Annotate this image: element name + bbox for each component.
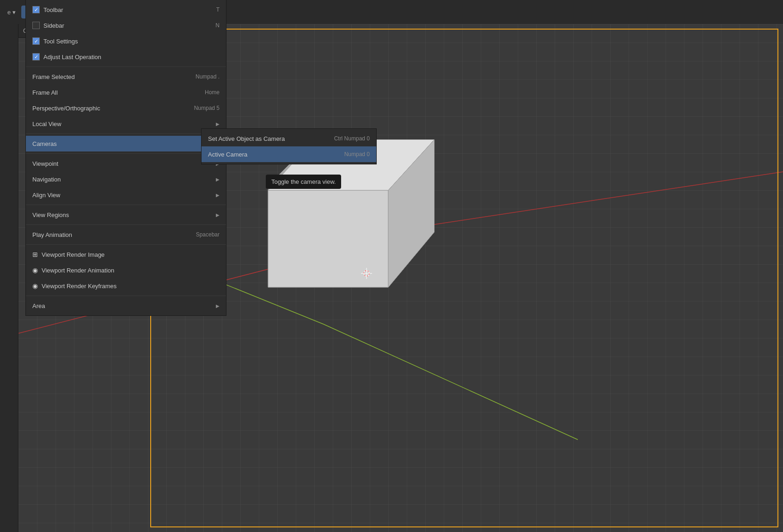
adjust-last-checkbox[interactable] bbox=[32, 53, 40, 60]
sidebar-shortcut: N bbox=[215, 22, 220, 29]
render-animation-icon: ◉ bbox=[32, 266, 38, 274]
sidebar-checkbox[interactable] bbox=[32, 22, 40, 29]
sidebar-label: Sidebar bbox=[43, 22, 64, 29]
viewport-render-keyframes-label: Viewport Render Keyframes bbox=[42, 283, 116, 290]
menu-item-frame-selected[interactable]: Frame Selected Numpad . bbox=[26, 69, 226, 85]
tooltip-active-camera: Toggle the camera view. bbox=[266, 175, 341, 189]
3d-cube bbox=[240, 139, 434, 324]
view-regions-label: View Regions bbox=[32, 212, 69, 218]
sep-4 bbox=[26, 205, 226, 205]
sep-6 bbox=[26, 244, 226, 245]
active-camera-label: Active Camera bbox=[208, 151, 247, 158]
navigation-label: Navigation bbox=[32, 176, 61, 183]
menu-item-local-view[interactable]: Local View bbox=[26, 116, 226, 132]
play-animation-label: Play Animation bbox=[32, 231, 72, 238]
menu-item-align-view[interactable]: Align View bbox=[26, 187, 226, 203]
frame-selected-label: Frame Selected bbox=[32, 73, 75, 80]
menu-item-play-animation[interactable]: Play Animation Spacebar bbox=[26, 227, 226, 242]
active-camera-shortcut: Numpad 0 bbox=[344, 151, 370, 157]
menu-item-navigation[interactable]: Navigation bbox=[26, 171, 226, 187]
sep-3 bbox=[26, 153, 226, 154]
render-keyframes-icon: ◉ bbox=[32, 282, 38, 290]
tool-settings-checkbox[interactable] bbox=[32, 37, 40, 45]
menu-item-sidebar[interactable]: Sidebar N bbox=[26, 18, 226, 33]
menu-item-cameras[interactable]: Cameras bbox=[26, 136, 226, 151]
area-label: Area bbox=[32, 302, 45, 309]
cameras-label: Cameras bbox=[32, 140, 57, 147]
menu-item-perspective[interactable]: Perspective/Orthographic Numpad 5 bbox=[26, 100, 226, 116]
menu-item-toolbar[interactable]: Toolbar T bbox=[26, 2, 226, 18]
local-view-label: Local View bbox=[32, 121, 61, 127]
menu-item-viewpoint[interactable]: Viewpoint bbox=[26, 156, 226, 171]
menu-item-tool-settings[interactable]: Tool Settings bbox=[26, 33, 226, 49]
toolbar-checkbox[interactable] bbox=[32, 6, 40, 13]
menu-item-frame-all[interactable]: Frame All Home bbox=[26, 85, 226, 100]
cameras-submenu-item-active-camera[interactable]: Active Camera Numpad 0 bbox=[202, 146, 376, 162]
tool-settings-label: Tool Settings bbox=[43, 38, 78, 45]
frame-selected-shortcut: Numpad . bbox=[196, 73, 220, 80]
viewport-render-animation-label: Viewport Render Animation bbox=[42, 267, 114, 274]
play-animation-shortcut: Spacebar bbox=[196, 231, 220, 238]
toolbar-shortcut: T bbox=[216, 6, 220, 13]
sep-1 bbox=[26, 66, 226, 67]
adjust-last-label: Adjust Last Operation bbox=[43, 54, 101, 60]
perspective-shortcut: Numpad 5 bbox=[194, 105, 220, 111]
render-image-icon: ⊞ bbox=[32, 251, 38, 258]
sep-5 bbox=[26, 224, 226, 225]
viewpoint-label: Viewpoint bbox=[32, 160, 58, 167]
left-toolbar bbox=[0, 24, 18, 532]
frame-all-shortcut: Home bbox=[205, 89, 220, 96]
menu-item-viewport-render-keyframes[interactable]: ◉ Viewport Render Keyframes bbox=[26, 278, 226, 294]
editor-type-dropdown[interactable]: e ▾ bbox=[4, 7, 19, 18]
set-active-camera-shortcut: Ctrl Numpad 0 bbox=[334, 135, 370, 142]
menu-item-viewport-render-animation[interactable]: ◉ Viewport Render Animation bbox=[26, 262, 226, 278]
sep-7 bbox=[26, 296, 226, 296]
crosshair-origin bbox=[361, 268, 372, 279]
menu-item-adjust-last[interactable]: Adjust Last Operation bbox=[26, 49, 226, 65]
set-active-camera-label: Set Active Object as Camera bbox=[208, 135, 285, 142]
view-menu-dropdown: Toolbar T Sidebar N Tool Settings Adjust… bbox=[25, 0, 226, 316]
sep-2 bbox=[26, 133, 226, 134]
menu-item-view-regions[interactable]: View Regions bbox=[26, 207, 226, 223]
viewport-render-image-label: Viewport Render Image bbox=[42, 251, 104, 258]
menu-item-viewport-render-image[interactable]: ⊞ Viewport Render Image bbox=[26, 247, 226, 262]
menu-item-area[interactable]: Area bbox=[26, 298, 226, 314]
perspective-label: Perspective/Orthographic bbox=[32, 105, 100, 112]
frame-all-label: Frame All bbox=[32, 89, 58, 96]
cameras-submenu: Set Active Object as Camera Ctrl Numpad … bbox=[201, 128, 377, 164]
toolbar-label: Toolbar bbox=[43, 6, 63, 13]
align-view-label: Align View bbox=[32, 192, 60, 199]
cameras-submenu-item-set-active[interactable]: Set Active Object as Camera Ctrl Numpad … bbox=[202, 131, 376, 146]
